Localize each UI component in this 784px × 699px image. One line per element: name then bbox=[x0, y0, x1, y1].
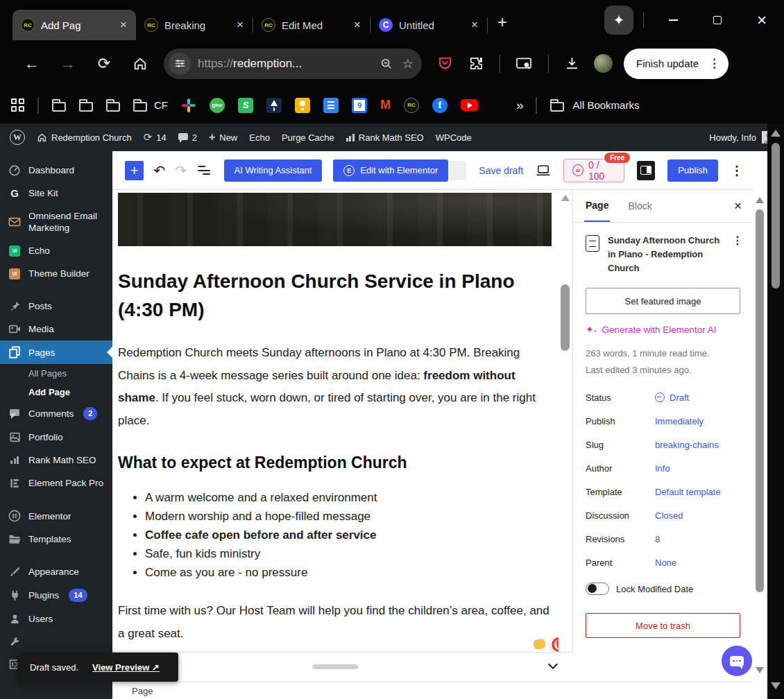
url-text[interactable]: https://redemption... bbox=[198, 57, 370, 71]
downloads-icon[interactable] bbox=[564, 55, 580, 71]
bookmark-star-icon[interactable]: ☆ bbox=[402, 56, 414, 71]
sidebar-item-templates[interactable]: Templates bbox=[0, 528, 112, 551]
browser-ai-sparkle-button[interactable]: ✦ bbox=[604, 6, 633, 35]
sidebar-subitem-add-page[interactable]: Add Page bbox=[0, 383, 112, 402]
document-options-kebab-icon[interactable]: ⋮ bbox=[732, 234, 743, 275]
admin-bar-site-name[interactable]: Redemption Church bbox=[37, 132, 132, 143]
new-tab-button[interactable]: + bbox=[497, 14, 507, 31]
admin-bar-purge-cache[interactable]: Purge Cache bbox=[282, 132, 334, 143]
scrollbar-thumb[interactable] bbox=[772, 143, 780, 288]
settings-panel-toggle[interactable] bbox=[637, 161, 655, 180]
breadcrumb[interactable]: Page bbox=[132, 686, 153, 696]
scrollbar-thumb[interactable] bbox=[561, 284, 570, 351]
author-value-button[interactable]: Info bbox=[655, 463, 670, 474]
sidebar-item-element-pack[interactable]: Element Pack Pro bbox=[0, 472, 112, 494]
scroll-down-arrow-icon[interactable] bbox=[771, 682, 781, 689]
discussion-value-button[interactable]: Closed bbox=[655, 510, 683, 521]
move-to-trash-button[interactable]: Move to trash bbox=[586, 613, 740, 638]
apps-grid-icon[interactable] bbox=[11, 98, 24, 112]
publish-button[interactable]: Publish bbox=[667, 159, 718, 182]
close-window-button[interactable]: × bbox=[740, 0, 784, 40]
admin-bar-account[interactable]: Howdy, Info bbox=[709, 131, 774, 144]
admin-bar-updates[interactable]: ⟳ 14 bbox=[144, 131, 167, 144]
ai-writing-assistant-button[interactable]: AI Writing Assistant bbox=[224, 159, 323, 182]
list-item[interactable]: A warm welcome and a relaxed environment bbox=[145, 488, 552, 507]
featured-image-block[interactable] bbox=[118, 193, 552, 246]
tab-page[interactable]: Page bbox=[584, 190, 610, 222]
youtube-bookmark-icon[interactable] bbox=[461, 99, 478, 111]
scroll-up-arrow-icon[interactable] bbox=[756, 197, 764, 203]
editor-options-kebab-icon[interactable]: ⋮ bbox=[731, 163, 743, 178]
subsplash-bookmark-icon[interactable]: S bbox=[238, 98, 253, 113]
preview-device-icon[interactable] bbox=[536, 164, 551, 177]
sidebar-item-appearance[interactable]: Appearance bbox=[0, 560, 112, 583]
sidebar-item-media[interactable]: Media bbox=[0, 318, 112, 340]
tab-close-icon[interactable]: × bbox=[118, 18, 129, 32]
profile-avatar[interactable] bbox=[594, 54, 613, 73]
content-canvas[interactable]: Sunday Afternoon Church Service in Plano… bbox=[112, 190, 559, 652]
sidebar-item-omnisend[interactable]: Omnisend Email Marketing bbox=[0, 205, 112, 239]
bookmark-folder-icon[interactable] bbox=[79, 102, 93, 112]
sidebar-item-echo[interactable]: UI Echo bbox=[0, 239, 112, 262]
tab-close-icon[interactable]: × bbox=[469, 18, 480, 32]
admin-bar-new[interactable]: + New bbox=[209, 131, 237, 144]
tab-block[interactable]: Block bbox=[627, 191, 653, 221]
sidebar-item-users[interactable]: Users bbox=[0, 607, 112, 630]
first-time-paragraph[interactable]: First time with us? Our Host Team will h… bbox=[118, 600, 552, 645]
content-scrollbar[interactable] bbox=[559, 190, 572, 652]
content-ai-score-button[interactable]: ai 0 / 100 Free bbox=[563, 159, 624, 182]
update-menu-kebab-icon[interactable]: ⋮ bbox=[704, 56, 724, 71]
address-bar[interactable]: https://redemption... ☆ bbox=[164, 49, 422, 79]
bookmarks-overflow-icon[interactable]: » bbox=[516, 98, 522, 113]
pocket-icon[interactable] bbox=[437, 55, 453, 71]
collapse-chevron-icon[interactable] bbox=[548, 659, 558, 669]
sidebar-item-rank-math[interactable]: Rank Math SEO bbox=[0, 449, 112, 472]
intro-paragraph[interactable]: Redemption Church meets Sunday afternoon… bbox=[118, 342, 552, 432]
scroll-up-arrow-icon[interactable] bbox=[561, 195, 570, 201]
list-view-icon[interactable] bbox=[198, 166, 212, 175]
tab-edit-media[interactable]: RC Edit Med × bbox=[253, 10, 370, 40]
all-bookmarks-folder-icon[interactable] bbox=[550, 102, 564, 112]
edit-with-elementor-button[interactable]: E Edit with Elementor bbox=[333, 159, 448, 182]
google-calendar-bookmark-icon[interactable]: 9 bbox=[352, 98, 367, 113]
sidebar-item-site-kit[interactable]: G Site Kit bbox=[0, 182, 112, 205]
status-value-button[interactable]: Draft bbox=[655, 392, 689, 403]
admin-bar-comments[interactable]: 2 bbox=[178, 132, 197, 143]
sidebar-item-tools[interactable] bbox=[0, 630, 112, 653]
generate-with-elementor-ai-link[interactable]: ✦˖ Generate with Elementor AI bbox=[586, 324, 740, 335]
save-draft-button[interactable]: Save draft bbox=[479, 165, 523, 176]
slug-value-button[interactable]: breaking-chains bbox=[655, 440, 719, 450]
gmail-bookmark-icon[interactable]: M bbox=[380, 98, 391, 112]
set-featured-image-button[interactable]: Set featured image bbox=[586, 288, 740, 314]
sidebar-item-elementor[interactable]: Elementor bbox=[0, 504, 112, 528]
window-scrollbar[interactable] bbox=[767, 123, 784, 699]
finish-update-button[interactable]: Finish update ⋮ bbox=[624, 49, 728, 79]
extensions-puzzle-icon[interactable] bbox=[468, 55, 484, 71]
maximize-button[interactable] bbox=[695, 0, 740, 40]
sidebar-item-portfolio[interactable]: Portfolio bbox=[0, 426, 112, 449]
wp-logo-menu[interactable]: W bbox=[10, 130, 25, 145]
all-bookmarks-label[interactable]: All Bookmarks bbox=[573, 99, 640, 111]
sidebar-item-posts[interactable]: Posts bbox=[0, 295, 112, 318]
rc-bookmark-icon[interactable]: RC bbox=[404, 98, 419, 113]
facebook-bookmark-icon[interactable]: f bbox=[432, 98, 448, 113]
undo-icon[interactable]: ↶ bbox=[153, 162, 165, 179]
tab-close-icon[interactable]: × bbox=[352, 18, 363, 32]
bookmark-folder-icon[interactable] bbox=[106, 102, 120, 112]
publish-value-button[interactable]: Immediately bbox=[655, 416, 704, 426]
section-heading[interactable]: What to expect at Redemption Church bbox=[118, 454, 552, 472]
list-item[interactable]: Modern worship and a hope-filled message bbox=[145, 507, 552, 526]
parent-value-button[interactable]: None bbox=[655, 558, 676, 568]
redo-icon[interactable]: ↷ bbox=[175, 162, 187, 179]
revisions-value-button[interactable]: 8 bbox=[655, 534, 660, 544]
expect-list[interactable]: A warm welcome and a relaxed environment… bbox=[118, 488, 552, 582]
bookmark-cf-label[interactable]: CF bbox=[154, 99, 168, 111]
site-settings-icon[interactable] bbox=[169, 53, 191, 75]
back-icon[interactable]: ← bbox=[14, 55, 50, 73]
post-title-heading[interactable]: Sunday Afternoon Church Service in Plano… bbox=[118, 267, 552, 324]
screen-search-icon[interactable] bbox=[515, 56, 533, 71]
tree-bookmark-icon[interactable] bbox=[266, 98, 282, 113]
sidebar-item-plugins[interactable]: Plugins 14 bbox=[0, 583, 112, 607]
close-panel-icon[interactable]: × bbox=[734, 198, 742, 214]
block-inserter-button[interactable]: + bbox=[125, 161, 144, 180]
